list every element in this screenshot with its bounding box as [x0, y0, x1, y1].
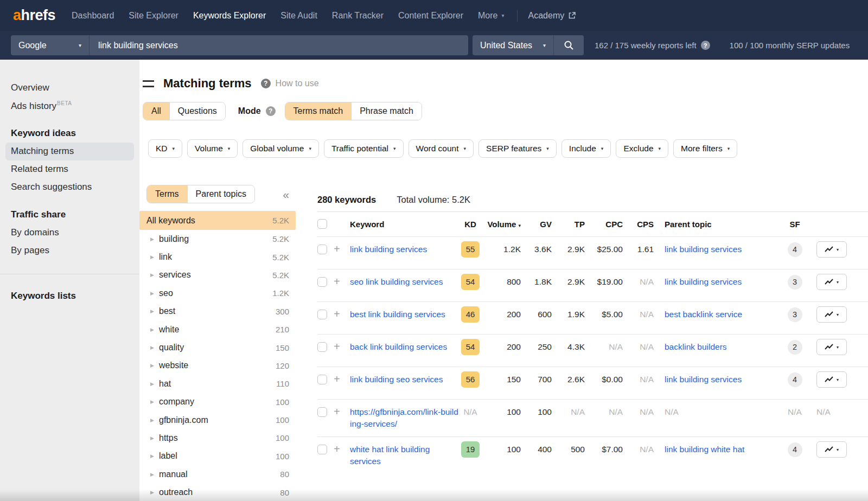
parent-topic-link[interactable]: link building services [665, 245, 742, 254]
expand-triangle-icon[interactable]: ▶ [150, 272, 159, 278]
row-checkbox[interactable] [317, 407, 327, 417]
keyword-link[interactable]: link building services [350, 245, 427, 254]
term-item[interactable]: ▶ website 120 [139, 357, 296, 375]
term-item[interactable]: ▶ outreach 80 [139, 483, 296, 501]
term-item[interactable]: ▶ label 100 [139, 447, 296, 465]
expand-triangle-icon[interactable]: ▶ [150, 418, 159, 423]
position-history-button[interactable]: ▾ [816, 241, 847, 258]
nav-item[interactable]: Content Explorer [398, 11, 463, 21]
collapse-panel-icon[interactable]: « [279, 189, 292, 200]
mode-help-icon[interactable]: ? [266, 106, 276, 116]
row-checkbox[interactable] [317, 245, 327, 254]
position-history-button[interactable]: ▾ [816, 339, 847, 355]
row-checkbox[interactable] [317, 342, 327, 352]
add-keyword-icon[interactable]: + [334, 444, 340, 454]
country-select[interactable]: United States ▾ [473, 35, 554, 55]
filter-button[interactable]: SERP features ▾ [478, 139, 557, 158]
column-header-keyword[interactable]: Keyword [350, 220, 459, 229]
expand-triangle-icon[interactable]: ▶ [150, 236, 159, 242]
sf-count-badge[interactable]: 3 [788, 275, 802, 290]
sidebar-item-ads-history[interactable]: Ads historyBETA [5, 97, 134, 115]
filter-button[interactable]: KD ▾ [148, 139, 182, 158]
expand-triangle-icon[interactable]: ▶ [150, 345, 159, 350]
row-checkbox[interactable] [317, 445, 327, 454]
tab-terms-match[interactable]: Terms match [285, 102, 352, 120]
sidebar-item-search-suggestions[interactable]: Search suggestions [5, 178, 134, 196]
tab-questions[interactable]: Questions [169, 102, 225, 120]
expand-triangle-icon[interactable]: ▶ [150, 381, 159, 387]
tab-all[interactable]: All [143, 102, 169, 120]
add-keyword-icon[interactable]: + [334, 243, 340, 254]
keyword-link[interactable]: https://gfbninja.com/link-building-servi… [350, 407, 458, 428]
filter-button[interactable]: More filters ▾ [673, 139, 737, 158]
column-header-cpc[interactable]: CPC [585, 220, 623, 229]
nav-item[interactable]: Site Audit [280, 11, 317, 21]
sidebar-item-by-pages[interactable]: By pages [5, 242, 134, 260]
filter-button[interactable]: Include ▾ [561, 139, 611, 158]
nav-item[interactable]: Site Explorer [129, 11, 178, 21]
parent-topic-link[interactable]: link building services [665, 375, 742, 384]
sf-count-badge[interactable]: 4 [788, 442, 802, 457]
term-item[interactable]: ▶ best 300 [139, 303, 296, 320]
ahrefs-logo[interactable]: ahrefs [13, 7, 55, 24]
add-keyword-icon[interactable]: + [334, 309, 340, 319]
keyword-link[interactable]: link building seo services [350, 375, 443, 384]
sidebar-item-by-domains[interactable]: By domains [5, 224, 134, 242]
expand-triangle-icon[interactable]: ▶ [150, 363, 159, 368]
expand-triangle-icon[interactable]: ▶ [150, 309, 159, 314]
add-keyword-icon[interactable]: + [334, 406, 340, 417]
help-icon[interactable]: ? [701, 41, 710, 50]
sf-count-badge[interactable]: 3 [788, 307, 802, 322]
keyword-query-input[interactable]: link building services [90, 35, 468, 55]
column-header-tp[interactable]: TP [552, 220, 585, 229]
add-keyword-icon[interactable]: + [334, 341, 340, 352]
row-checkbox[interactable] [317, 310, 327, 319]
row-checkbox[interactable] [317, 277, 327, 287]
search-button[interactable] [554, 35, 584, 55]
tab-parent-topics[interactable]: Parent topics [187, 185, 254, 203]
sf-count-badge[interactable]: N/A [788, 407, 802, 416]
term-item[interactable]: ▶ quality 150 [139, 338, 296, 356]
term-item[interactable]: ▶ hat 110 [139, 375, 296, 393]
expand-triangle-icon[interactable]: ▶ [150, 254, 159, 260]
column-header-volume[interactable]: Volume▾ [481, 220, 521, 229]
term-item[interactable]: ▶ seo 1.2K [139, 284, 296, 302]
position-history-button[interactable]: ▾ [816, 441, 847, 458]
keyword-link[interactable]: back link building services [350, 342, 447, 351]
term-item[interactable]: ▶ https 100 [139, 429, 296, 447]
expand-triangle-icon[interactable]: ▶ [150, 399, 159, 404]
expand-triangle-icon[interactable]: ▶ [150, 472, 159, 477]
row-checkbox[interactable] [317, 375, 327, 384]
nav-academy-link[interactable]: Academy [528, 11, 577, 21]
parent-topic-link[interactable]: link building services [665, 277, 742, 286]
parent-topic-link[interactable]: best backlink service [665, 310, 742, 319]
nav-item[interactable]: Dashboard [72, 11, 114, 21]
column-header-gv[interactable]: GV [521, 220, 552, 229]
expand-triangle-icon[interactable]: ▶ [150, 291, 159, 296]
column-header-kd[interactable]: KD [459, 220, 481, 229]
column-header-sf[interactable]: SF [780, 220, 810, 229]
term-item[interactable]: ▶ gfbninja.com 100 [139, 411, 296, 429]
filter-button[interactable]: Exclude ▾ [616, 139, 668, 158]
keyword-link[interactable]: white hat link building services [350, 445, 430, 466]
expand-triangle-icon[interactable]: ▶ [150, 435, 159, 441]
position-history-button[interactable]: ▾ [816, 274, 847, 290]
term-item[interactable]: ▶ manual 80 [139, 465, 296, 483]
search-engine-select[interactable]: Google ▾ [11, 35, 90, 55]
filter-button[interactable]: Word count ▾ [409, 139, 474, 158]
expand-triangle-icon[interactable]: ▶ [150, 490, 159, 495]
sidebar-item-matching-terms[interactable]: Matching terms [5, 143, 134, 160]
term-item[interactable]: ▶ company 100 [139, 393, 296, 411]
keyword-link[interactable]: seo link building services [350, 277, 443, 286]
parent-topic-link[interactable]: backlink builders [665, 342, 727, 351]
nav-item[interactable]: Rank Tracker [332, 11, 384, 21]
nav-more-menu[interactable]: More ▾ [478, 11, 504, 21]
sidebar-item-overview[interactable]: Overview [5, 79, 134, 97]
parent-topic-link[interactable]: N/A [665, 407, 679, 416]
filter-button[interactable]: Volume ▾ [187, 139, 238, 158]
expand-triangle-icon[interactable]: ▶ [150, 453, 159, 459]
nav-item[interactable]: Keywords Explorer [193, 11, 266, 21]
keyword-link[interactable]: best link building services [350, 310, 445, 319]
filter-button[interactable]: Traffic potential ▾ [324, 139, 404, 158]
sidebar-item-related-terms[interactable]: Related terms [5, 160, 134, 178]
